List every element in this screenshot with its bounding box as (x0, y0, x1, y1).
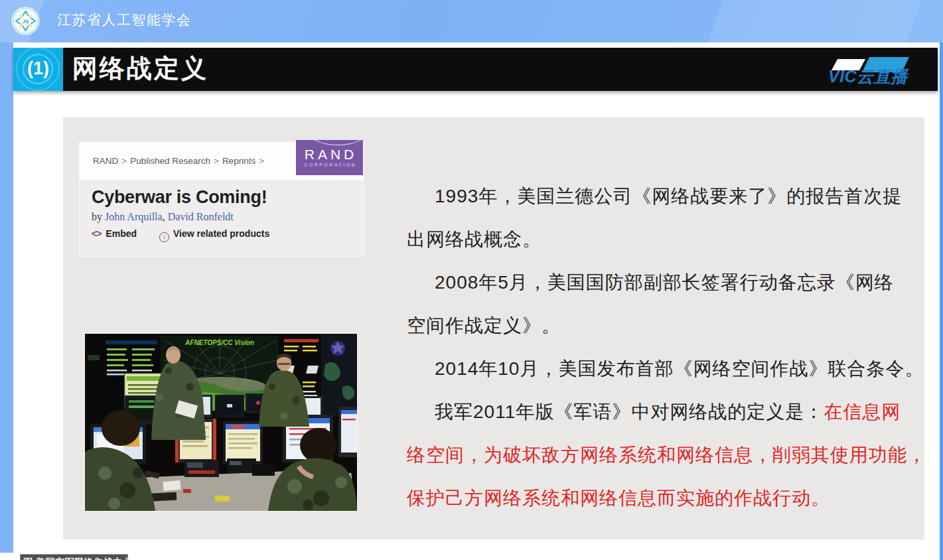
top-banner: JS 江苏省人工智能学会 (0, 0, 943, 42)
text-segment: 我军2011年版《军语》中对网络战的定义是： (435, 401, 824, 422)
slide-text-line: 1993年，美国兰德公司《网络战要来了》的报告首次提 (407, 175, 938, 218)
byline-prefix: by (92, 211, 105, 222)
rand-article-title: Cyberwar is Coming! (92, 187, 267, 208)
view-related-label: View related products (173, 228, 269, 239)
slide-number-badge: (1) (13, 48, 63, 91)
breadcrumb-separator: > (214, 156, 219, 166)
author-link[interactable]: David Ronfeldt (168, 211, 234, 222)
breadcrumb-item[interactable]: RAND (93, 156, 118, 166)
slide-text-line: 2014年10月，美国发布首部《网络空间作战》联合条令。 (407, 347, 938, 390)
bottom-clipped-caption: 图 美国空军网络作战中心 (20, 554, 128, 560)
rand-corporation-logo[interactable]: RAND CORPORATION (296, 140, 363, 175)
right-edge-strip (940, 42, 943, 560)
text-segment: 1993年，美国兰德公司《网络战要来了》的报告首次提 (435, 186, 902, 206)
text-segment: 保护己方网络系统和网络信息而实施的作战行动。 (407, 488, 830, 508)
text-segment: 空间作战定义》。 (407, 315, 561, 336)
view-related-button[interactable]: ↓View related products (139, 228, 269, 239)
rand-breadcrumb-row: RAND>Published Research>Reprints> RAND C… (80, 142, 364, 180)
svg-text:VIC云直播: VIC云直播 (828, 67, 909, 85)
slide-text-line: 络空间，为破坏敌方网络系统和网络信息，削弱其使用功能， (407, 433, 938, 476)
rand-byline: by John Arquilla, David Ronfeldt (92, 211, 234, 223)
screen-title-text: AFNETOPS/CC Vision (184, 339, 254, 346)
slide-text-line: 保护己方网络系统和网络信息而实施的作战行动。 (407, 476, 938, 520)
slide-text-line: 出网络战概念。 (407, 218, 938, 261)
slide-header-bar: (1) 网络战定义 VIC云直播 (13, 48, 938, 91)
slide-text-line: 我军2011年版《军语》中对网络战的定义是：在信息网 (407, 390, 938, 433)
jsai-logo-icon: JS (11, 7, 40, 35)
left-edge-strip (0, 42, 13, 553)
bottom-caption-text: 图 美国空军网络作战中心 (23, 557, 127, 560)
text-segment: 2014年10月，美国发布首部《网络空间作战》联合条令。 (435, 358, 924, 379)
slide-number: (1) (13, 48, 63, 91)
breadcrumb-item[interactable]: Published Research (130, 156, 210, 166)
byline-authors: John Arquilla, David Ronfeldt (105, 211, 234, 222)
rand-logo-arc (308, 140, 363, 145)
text-segment: 在信息网 (824, 401, 901, 422)
download-circle-icon: ↓ (159, 232, 169, 242)
embed-label: Embed (106, 228, 137, 239)
cyber-ops-photo: AFNETOPS/CC Vision (84, 332, 358, 512)
svg-text:JS: JS (23, 19, 29, 25)
breadcrumb-separator: > (259, 156, 264, 166)
slide-title: 网络战定义 (72, 48, 208, 91)
breadcrumb-item[interactable]: Reprints (222, 156, 255, 166)
text-segment: 2008年5月，美国国防部副部长签署行动备忘录《网络 (435, 272, 894, 293)
breadcrumb-separator: > (121, 156, 127, 166)
vic-live-logo-icon: VIC云直播 (816, 53, 919, 88)
slide-panel: RAND>Published Research>Reprints> RAND C… (63, 117, 924, 539)
banner-streak (699, 0, 927, 42)
breadcrumb: RAND>Published Research>Reprints> (93, 142, 267, 180)
text-segment: 出网络战概念。 (407, 229, 542, 249)
org-name: 江苏省人工智能学会 (57, 0, 192, 42)
embed-button[interactable]: <>Embed (92, 228, 137, 239)
slide-text-line: 2008年5月，美国国防部副部长签署行动备忘录《网络 (407, 261, 938, 304)
rand-logo-wordmark: RAND (299, 147, 363, 163)
rand-logo-subtitle: CORPORATION (298, 163, 363, 167)
rand-webpage-card: RAND>Published Research>Reprints> RAND C… (80, 142, 364, 256)
code-icon: <> (92, 228, 101, 239)
author-link[interactable]: John Arquilla (105, 211, 163, 222)
text-segment: 络空间，为破坏敌方网络系统和网络信息，削弱其使用功能， (407, 445, 926, 465)
slide-text: 1993年，美国兰德公司《网络战要来了》的报告首次提出网络战概念。2008年5月… (407, 175, 938, 520)
rand-actions-row: <>Embed ↓View related products (92, 228, 269, 242)
slide-text-line: 空间作战定义》。 (407, 304, 938, 347)
